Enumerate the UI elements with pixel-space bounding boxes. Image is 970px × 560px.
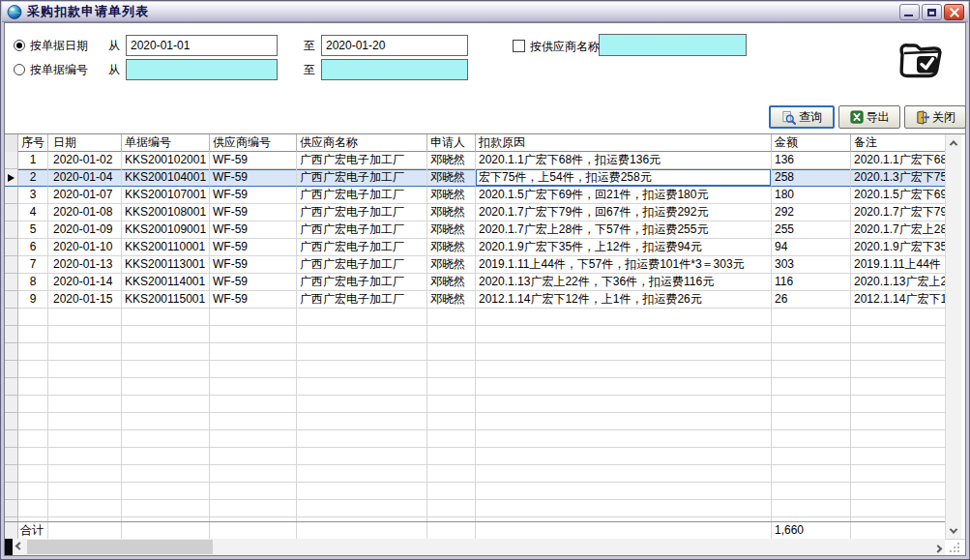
cell-docno[interactable]: KKS200114001 [122, 274, 210, 291]
cell-applicant[interactable]: 邓晓然 [427, 256, 476, 274]
cell-reason[interactable]: 2020.1.7广宏上28件，下57件，扣运费255元 [476, 221, 772, 239]
cell-applicant[interactable]: 邓晓然 [427, 221, 476, 239]
radio-by-docno[interactable] [14, 64, 25, 75]
cell-seq[interactable]: 1 [18, 152, 48, 169]
export-button[interactable]: 导出 [838, 105, 900, 129]
cell-amount[interactable]: 292 [772, 204, 851, 221]
horizontal-scrollbar[interactable] [5, 539, 945, 555]
cell-amount[interactable]: 180 [772, 187, 851, 204]
scroll-up-arrow[interactable] [946, 134, 961, 151]
cell-seq[interactable]: 9 [18, 291, 48, 309]
cell-applicant[interactable]: 邓晓然 [427, 187, 476, 204]
row-gutter[interactable] [5, 239, 18, 256]
docno-from-input[interactable] [126, 59, 278, 80]
column-header-applicant[interactable]: 申请人 [427, 134, 476, 152]
cell-docno[interactable]: KKS200107001 [122, 187, 210, 204]
grid-corner-splitter[interactable] [5, 539, 13, 555]
cell-supplier_name[interactable]: 广西广宏电子加工厂 [297, 239, 427, 256]
cell-amount[interactable]: 258 [772, 169, 851, 187]
cell-date[interactable]: 2020-01-10 [48, 239, 122, 256]
table-row[interactable]: 52020-01-09KKS200109001WF-59广西广宏电子加工厂邓晓然… [5, 221, 965, 239]
row-gutter[interactable] [5, 152, 18, 169]
column-header-supplier_name[interactable]: 供应商名称 [297, 134, 427, 152]
cell-docno[interactable]: KKS200102001 [122, 152, 210, 169]
cell-amount[interactable]: 94 [772, 239, 851, 256]
table-row[interactable]: 42020-01-08KKS200108001WF-59广西广宏电子加工厂邓晓然… [5, 204, 965, 221]
date-from-input[interactable] [126, 35, 278, 56]
titlebar[interactable]: 采购扣款申请单列表 [2, 2, 968, 22]
cell-seq[interactable]: 2 [18, 169, 48, 187]
supplier-name-input[interactable] [599, 34, 747, 56]
table-row[interactable]: 82020-01-14KKS200114001WF-59广西广宏电子加工厂邓晓然… [5, 274, 965, 291]
column-header-docno[interactable]: 单据编号 [122, 134, 210, 152]
row-gutter[interactable] [5, 274, 18, 291]
cell-supplier_no[interactable]: WF-59 [210, 221, 297, 239]
table-row[interactable]: 22020-01-04KKS200104001WF-59广西广宏电子加工厂邓晓然… [5, 169, 965, 187]
cell-amount[interactable]: 116 [772, 274, 851, 291]
column-header-seq[interactable]: 序号 [18, 134, 48, 152]
cell-docno[interactable]: KKS200113001 [122, 256, 210, 274]
attachment-folder-icon[interactable] [897, 37, 943, 79]
cell-amount[interactable]: 26 [772, 291, 851, 309]
cell-date[interactable]: 2020-01-04 [48, 169, 122, 187]
cell-supplier_no[interactable]: WF-59 [210, 204, 297, 221]
row-gutter[interactable] [5, 221, 18, 239]
cell-seq[interactable]: 3 [18, 187, 48, 204]
cell-date[interactable]: 2020-01-15 [48, 291, 122, 309]
cell-supplier_name[interactable]: 广西广宏电子加工厂 [297, 152, 427, 169]
query-button[interactable]: 查询 [769, 105, 835, 129]
cell-seq[interactable]: 6 [18, 239, 48, 256]
cell-supplier_no[interactable]: WF-59 [210, 169, 297, 187]
cell-docno[interactable]: KKS200109001 [122, 221, 210, 239]
scroll-down-arrow[interactable] [946, 522, 961, 539]
cell-date[interactable]: 2020-01-08 [48, 204, 122, 221]
close-button[interactable] [944, 4, 964, 20]
row-gutter[interactable] [5, 291, 18, 309]
cell-reason[interactable]: 2019.1.11上44件，下57件，扣运费101件*3＝303元 [476, 256, 772, 274]
cell-supplier_name[interactable]: 广西广宏电子加工厂 [297, 169, 427, 187]
cell-applicant[interactable]: 邓晓然 [427, 169, 476, 187]
cell-amount[interactable]: 136 [772, 152, 851, 169]
supplier-checkbox[interactable] [513, 40, 525, 52]
horizontal-scroll-thumb[interactable] [27, 540, 213, 554]
cell-supplier_name[interactable]: 广西广宏电子加工厂 [297, 204, 427, 221]
scroll-right-arrow[interactable] [931, 539, 945, 555]
cell-supplier_no[interactable]: WF-59 [210, 274, 297, 291]
column-header-reason[interactable]: 扣款原因 [476, 134, 772, 152]
cell-supplier_name[interactable]: 广西广宏电子加工厂 [297, 291, 427, 309]
resize-grip[interactable] [947, 540, 961, 554]
close-form-button[interactable]: 关闭 [904, 105, 966, 129]
table-row[interactable]: 62020-01-10KKS200110001WF-59广西广宏电子加工厂邓晓然… [5, 239, 965, 256]
cell-applicant[interactable]: 邓晓然 [427, 274, 476, 291]
cell-supplier_name[interactable]: 广西广宏电子加工厂 [297, 221, 427, 239]
cell-reason[interactable]: 2020.1.1广宏下68件，扣运费136元 [476, 152, 772, 169]
cell-seq[interactable]: 7 [18, 256, 48, 274]
cell-supplier_no[interactable]: WF-59 [210, 256, 297, 274]
cell-applicant[interactable]: 邓晓然 [427, 204, 476, 221]
cell-supplier_no[interactable]: WF-59 [210, 291, 297, 309]
docno-to-input[interactable] [321, 59, 468, 80]
cell-date[interactable]: 2020-01-09 [48, 221, 122, 239]
cell-seq[interactable]: 4 [18, 204, 48, 221]
cell-reason[interactable]: 2020.1.9广宏下35件，上12件，扣运费94元 [476, 239, 772, 256]
minimize-button[interactable] [899, 4, 920, 20]
scroll-left-arrow[interactable] [13, 539, 26, 555]
row-gutter[interactable] [5, 256, 18, 274]
cell-supplier_no[interactable]: WF-59 [210, 239, 297, 256]
cell-applicant[interactable]: 邓晓然 [427, 291, 476, 309]
maximize-button[interactable] [922, 4, 942, 20]
table-row[interactable]: 32020-01-07KKS200107001WF-59广西广宏电子加工厂邓晓然… [5, 187, 965, 204]
cell-supplier_no[interactable]: WF-59 [210, 187, 297, 204]
row-gutter[interactable] [5, 187, 18, 204]
cell-amount[interactable]: 303 [772, 256, 851, 274]
cell-date[interactable]: 2020-01-02 [48, 152, 122, 169]
column-header-date[interactable]: 日期 [48, 134, 122, 152]
row-gutter[interactable] [5, 169, 18, 187]
cell-applicant[interactable]: 邓晓然 [427, 239, 476, 256]
cell-reason[interactable]: 2020.1.7广宏下79件，回67件，扣运费292元 [476, 204, 772, 221]
cell-supplier_name[interactable]: 广西广宏电子加工厂 [297, 187, 427, 204]
row-gutter[interactable] [5, 204, 18, 221]
cell-amount[interactable]: 255 [772, 221, 851, 239]
vertical-scrollbar[interactable] [945, 134, 965, 539]
cell-docno[interactable]: KKS200108001 [122, 204, 210, 221]
